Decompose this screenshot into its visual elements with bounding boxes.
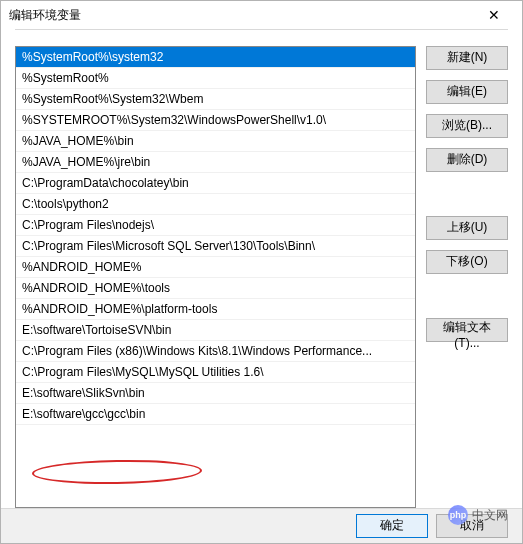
list-item[interactable]: E:\software\TortoiseSVN\bin bbox=[16, 320, 415, 341]
edit-button[interactable]: 编辑(E) bbox=[426, 80, 508, 104]
delete-button[interactable]: 删除(D) bbox=[426, 148, 508, 172]
edit-text-button[interactable]: 编辑文本(T)... bbox=[426, 318, 508, 342]
list-item[interactable]: %JAVA_HOME%\jre\bin bbox=[16, 152, 415, 173]
window-title: 编辑环境变量 bbox=[9, 7, 474, 24]
list-item[interactable]: %SystemRoot% bbox=[16, 68, 415, 89]
list-item[interactable]: C:\Program Files\MySQL\MySQL Utilities 1… bbox=[16, 362, 415, 383]
list-item[interactable]: %ANDROID_HOME%\platform-tools bbox=[16, 299, 415, 320]
browse-button[interactable]: 浏览(B)... bbox=[426, 114, 508, 138]
list-item[interactable]: %ANDROID_HOME% bbox=[16, 257, 415, 278]
list-item[interactable]: C:\Program Files\Microsoft SQL Server\13… bbox=[16, 236, 415, 257]
titlebar: 编辑环境变量 ✕ bbox=[1, 1, 522, 29]
list-item[interactable]: %JAVA_HOME%\bin bbox=[16, 131, 415, 152]
spacer bbox=[426, 284, 508, 308]
list-item[interactable]: %SystemRoot%\System32\Wbem bbox=[16, 89, 415, 110]
close-icon[interactable]: ✕ bbox=[474, 1, 514, 29]
list-item[interactable]: C:\Program Files (x86)\Windows Kits\8.1\… bbox=[16, 341, 415, 362]
list-item[interactable]: %ANDROID_HOME%\tools bbox=[16, 278, 415, 299]
content-area: %SystemRoot%\system32 %SystemRoot% %Syst… bbox=[1, 30, 522, 508]
footer: 确定 取消 bbox=[1, 508, 522, 543]
list-item[interactable]: E:\software\SlikSvn\bin bbox=[16, 383, 415, 404]
list-item[interactable]: C:\tools\python2 bbox=[16, 194, 415, 215]
list-item[interactable]: E:\software\gcc\gcc\bin bbox=[16, 404, 415, 425]
list-item[interactable]: %SYSTEMROOT%\System32\WindowsPowerShell\… bbox=[16, 110, 415, 131]
move-up-button[interactable]: 上移(U) bbox=[426, 216, 508, 240]
list-item[interactable]: C:\Program Files\nodejs\ bbox=[16, 215, 415, 236]
list-item[interactable]: C:\ProgramData\chocolatey\bin bbox=[16, 173, 415, 194]
button-column: 新建(N) 编辑(E) 浏览(B)... 删除(D) 上移(U) 下移(O) 编… bbox=[426, 46, 508, 508]
move-down-button[interactable]: 下移(O) bbox=[426, 250, 508, 274]
ok-button[interactable]: 确定 bbox=[356, 514, 428, 538]
spacer bbox=[426, 182, 508, 206]
list-item[interactable]: %SystemRoot%\system32 bbox=[16, 47, 415, 68]
new-button[interactable]: 新建(N) bbox=[426, 46, 508, 70]
path-listbox[interactable]: %SystemRoot%\system32 %SystemRoot% %Syst… bbox=[15, 46, 416, 508]
highlight-annotation-icon bbox=[32, 458, 202, 485]
cancel-button[interactable]: 取消 bbox=[436, 514, 508, 538]
dialog-window: 编辑环境变量 ✕ %SystemRoot%\system32 %SystemRo… bbox=[0, 0, 523, 544]
